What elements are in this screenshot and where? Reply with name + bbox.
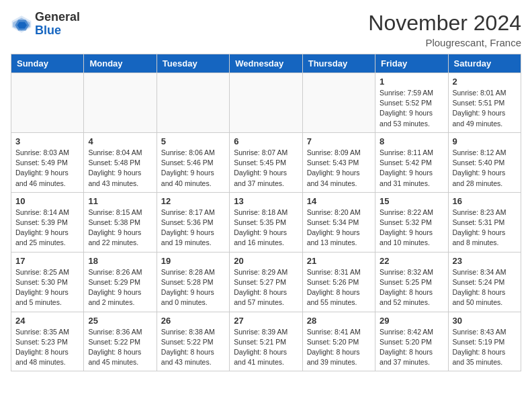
day-info: Sunrise: 8:17 AM Sunset: 5:36 PM Dayligh…	[161, 208, 225, 248]
day-header-thursday: Thursday	[302, 54, 375, 73]
calendar-cell: 16Sunrise: 8:23 AM Sunset: 5:31 PM Dayli…	[448, 192, 521, 252]
day-info: Sunrise: 8:22 AM Sunset: 5:32 PM Dayligh…	[380, 208, 443, 248]
day-info: Sunrise: 8:15 AM Sunset: 5:38 PM Dayligh…	[88, 208, 152, 248]
day-number: 14	[307, 196, 371, 206]
day-number: 29	[380, 316, 443, 326]
calendar-cell	[302, 73, 375, 133]
day-info: Sunrise: 8:35 AM Sunset: 5:23 PM Dayligh…	[15, 327, 79, 368]
day-info: Sunrise: 8:07 AM Sunset: 5:45 PM Dayligh…	[234, 148, 298, 189]
day-number: 5	[161, 136, 225, 146]
calendar-cell: 5Sunrise: 8:06 AM Sunset: 5:46 PM Daylig…	[157, 132, 229, 192]
calendar-cell: 13Sunrise: 8:18 AM Sunset: 5:35 PM Dayli…	[230, 192, 302, 252]
day-number: 4	[88, 136, 152, 146]
calendar-cell: 4Sunrise: 8:04 AM Sunset: 5:48 PM Daylig…	[84, 132, 157, 192]
calendar-cell: 11Sunrise: 8:15 AM Sunset: 5:38 PM Dayli…	[84, 192, 157, 252]
day-header-saturday: Saturday	[448, 54, 521, 73]
day-info: Sunrise: 8:03 AM Sunset: 5:49 PM Dayligh…	[15, 148, 79, 189]
calendar-week-3: 10Sunrise: 8:14 AM Sunset: 5:39 PM Dayli…	[11, 192, 521, 252]
calendar-cell: 21Sunrise: 8:31 AM Sunset: 5:26 PM Dayli…	[302, 252, 375, 312]
day-number: 3	[15, 136, 79, 146]
day-info: Sunrise: 8:42 AM Sunset: 5:20 PM Dayligh…	[380, 327, 443, 368]
calendar-cell: 1Sunrise: 7:59 AM Sunset: 5:52 PM Daylig…	[375, 73, 448, 133]
day-number: 8	[380, 136, 443, 146]
day-info: Sunrise: 7:59 AM Sunset: 5:52 PM Dayligh…	[380, 88, 443, 129]
day-info: Sunrise: 8:01 AM Sunset: 5:51 PM Dayligh…	[453, 88, 517, 129]
day-info: Sunrise: 8:11 AM Sunset: 5:42 PM Dayligh…	[380, 148, 443, 189]
calendar-cell: 22Sunrise: 8:32 AM Sunset: 5:25 PM Dayli…	[375, 252, 448, 312]
day-number: 18	[88, 256, 152, 266]
day-info: Sunrise: 8:18 AM Sunset: 5:35 PM Dayligh…	[234, 208, 298, 248]
calendar-cell: 12Sunrise: 8:17 AM Sunset: 5:36 PM Dayli…	[157, 192, 229, 252]
calendar-cell	[157, 73, 229, 133]
day-info: Sunrise: 8:36 AM Sunset: 5:22 PM Dayligh…	[88, 327, 152, 368]
calendar-cell: 15Sunrise: 8:22 AM Sunset: 5:32 PM Dayli…	[375, 192, 448, 252]
location: Plougrescant, France	[368, 37, 521, 48]
day-number: 28	[307, 316, 371, 326]
calendar-cell: 25Sunrise: 8:36 AM Sunset: 5:22 PM Dayli…	[84, 312, 157, 371]
calendar-week-2: 3Sunrise: 8:03 AM Sunset: 5:49 PM Daylig…	[11, 132, 521, 192]
logo: General Blue	[11, 11, 80, 38]
day-info: Sunrise: 8:09 AM Sunset: 5:43 PM Dayligh…	[307, 148, 371, 189]
day-number: 24	[15, 316, 79, 326]
day-info: Sunrise: 8:29 AM Sunset: 5:27 PM Dayligh…	[234, 267, 298, 308]
calendar-week-4: 17Sunrise: 8:25 AM Sunset: 5:30 PM Dayli…	[11, 252, 521, 312]
page-header: General Blue November 2024 Plougrescant,…	[11, 11, 521, 48]
calendar-cell: 30Sunrise: 8:43 AM Sunset: 5:19 PM Dayli…	[448, 312, 521, 371]
day-number: 20	[234, 256, 298, 266]
day-number: 21	[307, 256, 371, 266]
calendar-cell: 8Sunrise: 8:11 AM Sunset: 5:42 PM Daylig…	[375, 132, 448, 192]
calendar-cell: 2Sunrise: 8:01 AM Sunset: 5:51 PM Daylig…	[448, 73, 521, 133]
day-number: 22	[380, 256, 443, 266]
calendar-cell: 26Sunrise: 8:38 AM Sunset: 5:22 PM Dayli…	[157, 312, 229, 371]
day-info: Sunrise: 8:43 AM Sunset: 5:19 PM Dayligh…	[453, 327, 517, 368]
calendar-header-row: SundayMondayTuesdayWednesdayThursdayFrid…	[11, 54, 521, 73]
day-number: 23	[453, 256, 517, 266]
day-number: 9	[453, 136, 517, 146]
day-info: Sunrise: 8:39 AM Sunset: 5:21 PM Dayligh…	[234, 327, 298, 368]
day-number: 25	[88, 316, 152, 326]
day-number: 26	[161, 316, 225, 326]
day-info: Sunrise: 8:38 AM Sunset: 5:22 PM Dayligh…	[161, 327, 225, 368]
day-info: Sunrise: 8:31 AM Sunset: 5:26 PM Dayligh…	[307, 267, 371, 308]
day-number: 6	[234, 136, 298, 146]
day-number: 27	[234, 316, 298, 326]
day-info: Sunrise: 8:14 AM Sunset: 5:39 PM Dayligh…	[15, 208, 79, 248]
calendar-cell: 10Sunrise: 8:14 AM Sunset: 5:39 PM Dayli…	[11, 192, 84, 252]
day-header-wednesday: Wednesday	[230, 54, 302, 73]
day-number: 12	[161, 196, 225, 206]
logo-general: General	[35, 10, 80, 24]
calendar-cell: 23Sunrise: 8:34 AM Sunset: 5:24 PM Dayli…	[448, 252, 521, 312]
day-info: Sunrise: 8:28 AM Sunset: 5:28 PM Dayligh…	[161, 267, 225, 308]
calendar-week-5: 24Sunrise: 8:35 AM Sunset: 5:23 PM Dayli…	[11, 312, 521, 371]
month-title: November 2024	[368, 11, 521, 36]
calendar-cell: 24Sunrise: 8:35 AM Sunset: 5:23 PM Dayli…	[11, 312, 84, 371]
day-number: 19	[161, 256, 225, 266]
day-number: 16	[453, 196, 517, 206]
day-number: 17	[15, 256, 79, 266]
day-number: 1	[380, 77, 443, 87]
calendar-cell	[230, 73, 302, 133]
day-info: Sunrise: 8:23 AM Sunset: 5:31 PM Dayligh…	[453, 208, 517, 248]
calendar-cell: 7Sunrise: 8:09 AM Sunset: 5:43 PM Daylig…	[302, 132, 375, 192]
calendar-table: SundayMondayTuesdayWednesdayThursdayFrid…	[11, 54, 521, 371]
day-number: 7	[307, 136, 371, 146]
calendar-cell: 19Sunrise: 8:28 AM Sunset: 5:28 PM Dayli…	[157, 252, 229, 312]
day-info: Sunrise: 8:32 AM Sunset: 5:25 PM Dayligh…	[380, 267, 443, 308]
logo-blue: Blue	[35, 24, 61, 37]
day-number: 11	[88, 196, 152, 206]
day-info: Sunrise: 8:06 AM Sunset: 5:46 PM Dayligh…	[161, 148, 225, 189]
calendar-cell: 28Sunrise: 8:41 AM Sunset: 5:20 PM Dayli…	[302, 312, 375, 371]
day-number: 10	[15, 196, 79, 206]
day-info: Sunrise: 8:25 AM Sunset: 5:30 PM Dayligh…	[15, 267, 79, 308]
day-number: 30	[453, 316, 517, 326]
day-info: Sunrise: 8:41 AM Sunset: 5:20 PM Dayligh…	[307, 327, 371, 368]
day-number: 15	[380, 196, 443, 206]
day-header-monday: Monday	[84, 54, 157, 73]
day-info: Sunrise: 8:26 AM Sunset: 5:29 PM Dayligh…	[88, 267, 152, 308]
day-number: 13	[234, 196, 298, 206]
calendar-week-1: 1Sunrise: 7:59 AM Sunset: 5:52 PM Daylig…	[11, 73, 521, 133]
calendar-cell: 9Sunrise: 8:12 AM Sunset: 5:40 PM Daylig…	[448, 132, 521, 192]
calendar-cell: 14Sunrise: 8:20 AM Sunset: 5:34 PM Dayli…	[302, 192, 375, 252]
calendar-cell: 18Sunrise: 8:26 AM Sunset: 5:29 PM Dayli…	[84, 252, 157, 312]
day-header-friday: Friday	[375, 54, 448, 73]
